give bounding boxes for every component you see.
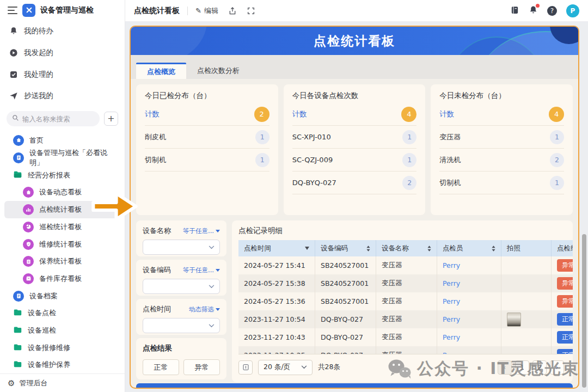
search-input[interactable] (22, 115, 88, 123)
home-icon (13, 135, 24, 146)
filter-select[interactable] (143, 279, 220, 294)
records-table: 点检时间 设备编码 设备名称 (238, 240, 573, 354)
main-area: 点检统计看板 点检概览 点检次数分析 今日已检分布（台） 计数 2 (125, 22, 588, 392)
result-badge[interactable]: 正常 (557, 313, 573, 326)
journal-icon[interactable] (510, 5, 519, 16)
table-row[interactable]: 2023-11-27 10:25 DQ-BYQ-027 变压器 Perry 正常 (238, 346, 573, 354)
filter-card-result: 点检结果 正常 异常 (136, 338, 226, 379)
fullscreen-button[interactable] (247, 7, 255, 15)
filter-operator[interactable]: 等于任意... (183, 227, 220, 235)
table-row[interactable]: 2024-05-27 15:36 SB240527001 变压器 Perry 异… (238, 292, 573, 310)
inspector-link[interactable]: Perry (443, 351, 460, 354)
sidebar-item-todo[interactable]: 我的待办 (0, 21, 125, 42)
inspector-link[interactable]: Perry (443, 279, 460, 287)
page-2-button[interactable]: 2 (532, 360, 547, 375)
count-badge: 2 (254, 107, 270, 122)
chevron-down-icon (216, 269, 220, 272)
sidebar-item-device-check[interactable]: 设备点检 (4, 304, 120, 322)
inspection-records-card: 点检记录明细 点检时间 设备编码 设备 (232, 220, 573, 382)
result-abnormal-button[interactable]: 异常 (183, 359, 220, 375)
column-header-code[interactable]: 设备编码 (315, 240, 376, 256)
sidebar-item-cc[interactable]: 抄送我的 (0, 85, 125, 107)
result-badge[interactable]: 正常 (557, 349, 573, 354)
sidebar-item-device-archive[interactable]: 设备档案 (4, 287, 120, 305)
result-badge[interactable]: 异常 (557, 277, 573, 290)
sidebar-item-home[interactable]: 首页 (4, 132, 120, 149)
column-header-photo: 拍照 (501, 240, 551, 256)
column-header-inspector[interactable]: 点检员 (437, 240, 501, 256)
sidebar-item-report-folder[interactable]: 经营分析报表 (4, 167, 120, 184)
edit-button[interactable]: ✎ 编辑 (195, 6, 218, 16)
count-badge: 4 (401, 107, 416, 122)
page-size-select[interactable]: 20 条/页 (258, 360, 313, 375)
collapse-sidebar-icon[interactable] (8, 7, 17, 14)
table-row[interactable]: 2024-05-27 15:41 SB240527001 变压器 Perry 异… (238, 256, 573, 274)
sidebar-item-label: 设备维护保养 (28, 360, 70, 370)
table-row[interactable]: 2023-11-27 10:43 DQ-BYQ-027 变压器 Perry 正常 (238, 328, 573, 346)
play-circle-icon (9, 48, 18, 58)
column-settings-button[interactable] (238, 360, 253, 375)
sidebar-item-repair-stats[interactable]: 维修统计看板 (4, 236, 120, 253)
help-icon[interactable]: ? (547, 6, 557, 16)
table-body: 2024-05-27 15:41 SB240527001 变压器 Perry 异… (238, 256, 573, 354)
sidebar-item-label: 设备档案 (29, 291, 58, 301)
inspector-link[interactable]: Perry (443, 297, 460, 305)
count-label[interactable]: 计数 (439, 109, 454, 119)
admin-backend-link[interactable]: ⚙ 管理后台 (0, 373, 125, 392)
sidebar-item-device-repair[interactable]: 设备报修维修 (4, 339, 120, 357)
stat-value-badge: 1 (402, 153, 416, 167)
result-normal-button[interactable]: 正常 (143, 359, 179, 375)
column-header-name[interactable]: 设备名称 (376, 240, 437, 256)
tab-frequency-analysis[interactable]: 点检次数分析 (186, 63, 250, 79)
tab-overview[interactable]: 点检概览 (136, 63, 186, 79)
result-badge[interactable]: 正常 (557, 331, 573, 344)
sidebar-item-spareparts-stock[interactable]: 备件库存看板 (4, 270, 120, 287)
inspector-link[interactable]: Perry (443, 261, 460, 270)
cell-name: 变压器 (376, 328, 437, 346)
filter-operator[interactable]: 等于任意... (183, 266, 220, 274)
folder-icon (13, 308, 22, 318)
sidebar-item-maintenance-stats[interactable]: 保养统计看板 (4, 253, 120, 270)
inspector-link[interactable]: Perry (443, 315, 460, 323)
sidebar-item-inspection-stats[interactable]: 点检统计看板 (4, 201, 120, 218)
sidebar-item-label: 设备管理与巡检「必看说明」 (29, 148, 112, 168)
stat-value-badge: 1 (255, 130, 270, 144)
sidebar-item-processed[interactable]: 我处理的 (0, 64, 125, 85)
table-row[interactable]: 2023-11-27 10:54 DQ-BYQ-027 变压器 Perry 正常 (238, 310, 573, 328)
stat-row: 切制机 1 (145, 149, 270, 171)
count-label[interactable]: 计数 (145, 109, 160, 119)
sidebar-item-label: 备件库存看板 (39, 274, 82, 284)
page-scrollbar[interactable] (582, 234, 586, 388)
filter-select[interactable] (143, 240, 220, 255)
result-badge[interactable]: 异常 (557, 295, 573, 308)
sort-icon (427, 246, 431, 252)
inspector-link[interactable]: Perry (443, 333, 460, 341)
folder-icon (13, 170, 22, 181)
add-button[interactable]: + (104, 112, 118, 126)
sidebar-item-readme[interactable]: 设备管理与巡检「必看说明」 (4, 149, 120, 167)
box-icon (23, 273, 34, 284)
photo-thumbnail[interactable] (507, 313, 521, 327)
filter-label: 设备编码 (143, 265, 171, 275)
count-label[interactable]: 计数 (292, 109, 307, 119)
sidebar-item-device-dashboard[interactable]: 设备动态看板 (4, 184, 120, 201)
column-header-result[interactable]: 点检结果 (551, 240, 573, 256)
notifications-bell-icon[interactable] (529, 5, 538, 16)
column-header-time[interactable]: 点检时间 (238, 240, 315, 256)
next-page-button[interactable]: › (550, 360, 564, 375)
table-row[interactable]: 2024-05-27 15:38 SB240527001 变压器 Perry 异… (238, 274, 573, 292)
sidebar-item-device-patrol[interactable]: 设备巡检 (4, 322, 120, 339)
sidebar-search[interactable] (7, 111, 100, 126)
prev-page-button[interactable]: ‹ (498, 360, 512, 375)
result-badge[interactable]: 异常 (557, 259, 573, 272)
filter-operator[interactable]: 动态筛选 (189, 305, 220, 314)
share-button[interactable] (228, 7, 237, 15)
page-1-button[interactable]: 1 (515, 360, 529, 375)
folder-icon (13, 342, 22, 353)
sidebar-item-patrol-stats[interactable]: 巡检统计看板 (4, 218, 120, 236)
filter-select[interactable] (143, 318, 220, 333)
avatar[interactable]: P (566, 4, 579, 17)
bell-icon (9, 27, 18, 36)
sidebar-item-device-maintain[interactable]: 设备维护保养 (4, 357, 120, 374)
sidebar-item-initiated[interactable]: 我发起的 (0, 42, 125, 64)
